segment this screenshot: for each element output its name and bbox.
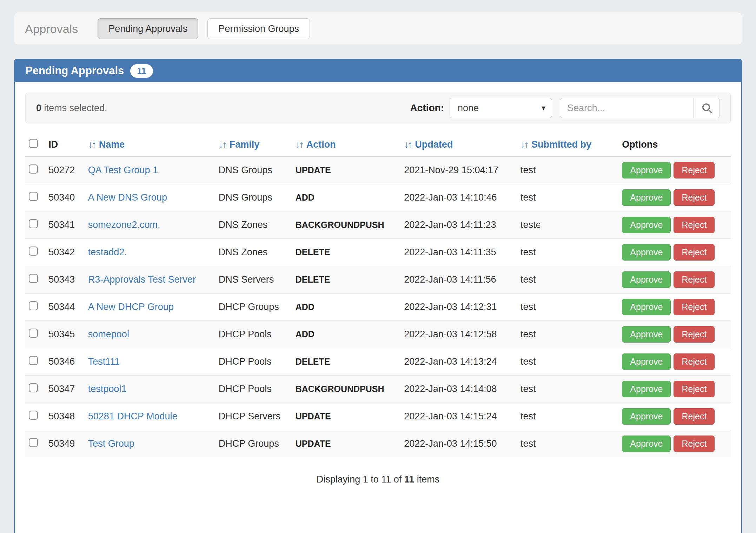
submitted-by-text: test (520, 274, 536, 285)
cell-name: somezone2.com. (85, 211, 215, 239)
reject-button[interactable]: Reject (674, 189, 715, 206)
select-all-checkbox[interactable] (29, 139, 38, 148)
cell-family: DHCP Pools (215, 376, 292, 403)
cell-options: ApproveReject (618, 266, 731, 294)
pagination-suffix: items (414, 474, 439, 485)
approve-button[interactable]: Approve (622, 162, 671, 178)
approve-button[interactable]: Approve (622, 299, 671, 315)
cell-select (25, 430, 45, 458)
table-row: 50347testpool1DHCP PoolsBACKGROUNDPUSH20… (25, 376, 731, 403)
name-link[interactable]: 50281 DHCP Module (88, 411, 178, 421)
reject-button[interactable]: Reject (674, 353, 715, 370)
name-link[interactable]: A New DNS Group (88, 192, 167, 203)
top-bar: Approvals Pending Approvals Permission G… (14, 13, 742, 45)
approve-button[interactable]: Approve (622, 217, 671, 233)
cell-submitted-by: test (517, 266, 618, 294)
row-checkbox[interactable] (29, 438, 38, 447)
cell-select (25, 266, 45, 294)
col-label-name: Name (99, 139, 125, 150)
selection-status: 0 items selected. (36, 103, 107, 114)
row-checkbox[interactable] (29, 164, 38, 174)
col-header-family[interactable]: ↓↑Family (215, 135, 292, 156)
cell-options: ApproveReject (618, 184, 731, 211)
row-checkbox[interactable] (29, 329, 38, 338)
cell-select (25, 348, 45, 376)
search-input[interactable] (560, 98, 694, 118)
reject-button[interactable]: Reject (674, 217, 715, 233)
cell-updated: 2022-Jan-03 14:12:58 (400, 321, 517, 348)
cell-select (25, 239, 45, 266)
col-header-submitted_by[interactable]: ↓↑Submitted by (517, 135, 618, 156)
cell-select (25, 403, 45, 430)
cell-action: ADD (292, 294, 401, 321)
tab-permission-groups[interactable]: Permission Groups (207, 18, 310, 39)
cell-family: DHCP Groups (215, 294, 292, 321)
reject-button[interactable]: Reject (674, 326, 715, 343)
cell-options: ApproveReject (618, 376, 731, 403)
cell-submitted-by: test (517, 156, 618, 184)
name-link[interactable]: testpool1 (88, 384, 127, 394)
cell-options: ApproveReject (618, 430, 731, 458)
submitted-by-text: test (520, 192, 536, 203)
col-label-family: Family (230, 139, 260, 150)
action-select[interactable]: none ▾ (450, 98, 552, 118)
col-header-id: ID (45, 135, 85, 156)
name-link[interactable]: R3-Approvals Test Server (88, 274, 196, 285)
reject-button[interactable]: Reject (674, 381, 715, 397)
row-checkbox[interactable] (29, 192, 38, 201)
col-header-action[interactable]: ↓↑Action (292, 135, 401, 156)
name-link[interactable]: testadd2. (88, 247, 127, 257)
approve-button[interactable]: Approve (622, 271, 671, 288)
approve-button[interactable]: Approve (622, 436, 671, 452)
panel-body: 0 items selected. Action: none ▾ (15, 82, 741, 533)
reject-button[interactable]: Reject (674, 299, 715, 315)
col-label-action: Action (306, 139, 336, 150)
cell-updated: 2022-Jan-03 14:15:24 (400, 403, 517, 430)
sort-icon: ↓↑ (88, 139, 95, 150)
reject-button[interactable]: Reject (674, 408, 715, 425)
name-link[interactable]: Test111 (88, 356, 120, 367)
name-link[interactable]: A New DHCP Group (88, 302, 174, 312)
col-header-name[interactable]: ↓↑Name (85, 135, 215, 156)
selected-count: 0 (36, 103, 41, 113)
name-link[interactable]: somepool (88, 329, 129, 339)
reject-button[interactable]: Reject (674, 162, 715, 178)
reject-button[interactable]: Reject (674, 436, 715, 452)
pagination-count: 11 (404, 474, 415, 485)
approve-button[interactable]: Approve (622, 408, 671, 425)
row-checkbox[interactable] (29, 274, 38, 283)
row-checkbox[interactable] (29, 356, 38, 365)
row-checkbox[interactable] (29, 383, 38, 392)
cell-id: 50347 (45, 376, 85, 403)
cell-name: R3-Approvals Test Server (85, 266, 215, 294)
row-checkbox[interactable] (29, 411, 38, 420)
table-row: 50345somepoolDHCP PoolsADD2022-Jan-03 14… (25, 321, 731, 348)
approve-button[interactable]: Approve (622, 326, 671, 343)
cell-submitted-by: teste (517, 211, 618, 239)
name-link[interactable]: somezone2.com. (88, 220, 160, 230)
search-button[interactable] (694, 98, 719, 118)
cell-id: 50340 (45, 184, 85, 211)
approve-button[interactable]: Approve (622, 189, 671, 206)
reject-button[interactable]: Reject (674, 244, 715, 261)
name-link[interactable]: Test Group (88, 438, 134, 449)
tab-pending-approvals[interactable]: Pending Approvals (98, 18, 198, 39)
col-header-updated[interactable]: ↓↑Updated (400, 135, 517, 156)
cell-id: 50349 (45, 430, 85, 458)
col-label-updated: Updated (415, 139, 453, 150)
cell-id: 50346 (45, 348, 85, 376)
cell-updated: 2022-Jan-03 14:10:46 (400, 184, 517, 211)
search-group (560, 98, 720, 118)
sort-icon: ↓↑ (404, 139, 411, 150)
row-checkbox[interactable] (29, 301, 38, 310)
reject-button[interactable]: Reject (674, 271, 715, 288)
approve-button[interactable]: Approve (622, 381, 671, 397)
approve-button[interactable]: Approve (622, 244, 671, 261)
cell-options: ApproveReject (618, 403, 731, 430)
row-checkbox[interactable] (29, 247, 38, 256)
approve-button[interactable]: Approve (622, 353, 671, 370)
row-checkbox[interactable] (29, 219, 38, 228)
cell-family: DNS Zones (215, 239, 292, 266)
name-link[interactable]: QA Test Group 1 (88, 165, 158, 175)
action-select-value: none (458, 103, 479, 114)
